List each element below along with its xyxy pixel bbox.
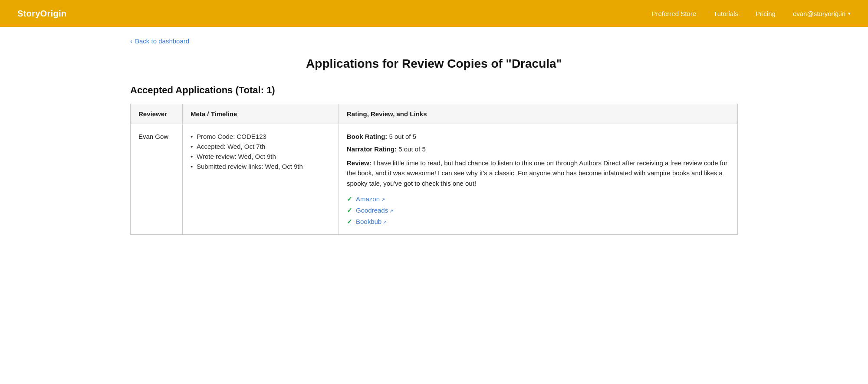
narrator-rating-value: 5 out of 5 xyxy=(398,145,426,153)
review-paragraph: Review: I have little time to read, but … xyxy=(347,158,730,188)
amazon-external-icon: ↗︎ xyxy=(381,197,385,203)
main-content: ‹ Back to dashboard Applications for Rev… xyxy=(113,27,755,261)
user-menu[interactable]: evan@storyorig.in ▾ xyxy=(793,10,851,17)
book-rating-value: 5 out of 5 xyxy=(389,133,417,140)
amazon-check-icon: ✓ xyxy=(347,195,352,203)
narrator-rating-label: Narrator Rating: xyxy=(347,145,397,153)
table-row: Evan Gow Promo Code: CODE123 Accepted: W… xyxy=(131,124,738,235)
bookbub-check-icon: ✓ xyxy=(347,218,352,226)
nav-tutorials[interactable]: Tutorials xyxy=(713,10,738,17)
section-title: Accepted Applications (Total: 1) xyxy=(130,85,738,96)
amazon-link-item: ✓ Amazon↗︎ xyxy=(347,195,730,203)
goodreads-external-icon: ↗︎ xyxy=(389,208,393,214)
review-label: Review: xyxy=(347,159,372,167)
back-chevron-icon: ‹ xyxy=(130,37,132,45)
meta-item-accepted: Accepted: Wed, Oct 7th xyxy=(191,143,331,150)
col-header-rating: Rating, Review, and Links xyxy=(339,104,738,124)
meta-item-submitted: Submitted review links: Wed, Oct 9th xyxy=(191,163,331,170)
meta-item-wrote: Wrote review: Wed, Oct 9th xyxy=(191,153,331,160)
back-to-dashboard-link[interactable]: ‹ Back to dashboard xyxy=(130,37,189,45)
narrator-rating-block: Narrator Rating: 5 out of 5 xyxy=(347,145,730,153)
table-header-row: Reviewer Meta / Timeline Rating, Review,… xyxy=(131,104,738,124)
meta-cell: Promo Code: CODE123 Accepted: Wed, Oct 7… xyxy=(183,124,339,235)
bookbub-link-item: ✓ Bookbub↗︎ xyxy=(347,218,730,226)
rating-cell: Book Rating: 5 out of 5 Narrator Rating:… xyxy=(339,124,738,235)
goodreads-link[interactable]: Goodreads↗︎ xyxy=(356,207,393,214)
col-header-reviewer: Reviewer xyxy=(131,104,183,124)
applications-table: Reviewer Meta / Timeline Rating, Review,… xyxy=(130,104,738,235)
meta-item-promo: Promo Code: CODE123 xyxy=(191,133,331,140)
nav-pricing[interactable]: Pricing xyxy=(756,10,776,17)
review-links-section: ✓ Amazon↗︎ ✓ Goodreads↗︎ ✓ xyxy=(347,195,730,226)
amazon-link[interactable]: Amazon↗︎ xyxy=(356,195,385,203)
meta-list: Promo Code: CODE123 Accepted: Wed, Oct 7… xyxy=(191,133,331,170)
brand-logo: StoryOrigin xyxy=(17,9,66,19)
reviewer-name: Evan Gow xyxy=(138,133,168,140)
nav-preferred-store[interactable]: Preferred Store xyxy=(652,10,697,17)
col-header-meta: Meta / Timeline xyxy=(183,104,339,124)
goodreads-check-icon: ✓ xyxy=(347,207,352,214)
goodreads-link-item: ✓ Goodreads↗︎ xyxy=(347,207,730,214)
book-rating-block: Book Rating: 5 out of 5 xyxy=(347,133,730,140)
bookbub-external-icon: ↗︎ xyxy=(383,220,387,225)
bookbub-link[interactable]: Bookbub↗︎ xyxy=(356,218,387,225)
chevron-down-icon: ▾ xyxy=(848,11,851,16)
book-rating-label: Book Rating: xyxy=(347,133,387,140)
nav-links: Preferred Store Tutorials Pricing evan@s… xyxy=(652,10,851,17)
user-email: evan@storyorig.in xyxy=(793,10,845,17)
navbar: StoryOrigin Preferred Store Tutorials Pr… xyxy=(0,0,868,27)
reviewer-cell: Evan Gow xyxy=(131,124,183,235)
review-body: I have little time to read, but had chan… xyxy=(347,159,727,187)
page-title: Applications for Review Copies of "Dracu… xyxy=(130,57,738,71)
